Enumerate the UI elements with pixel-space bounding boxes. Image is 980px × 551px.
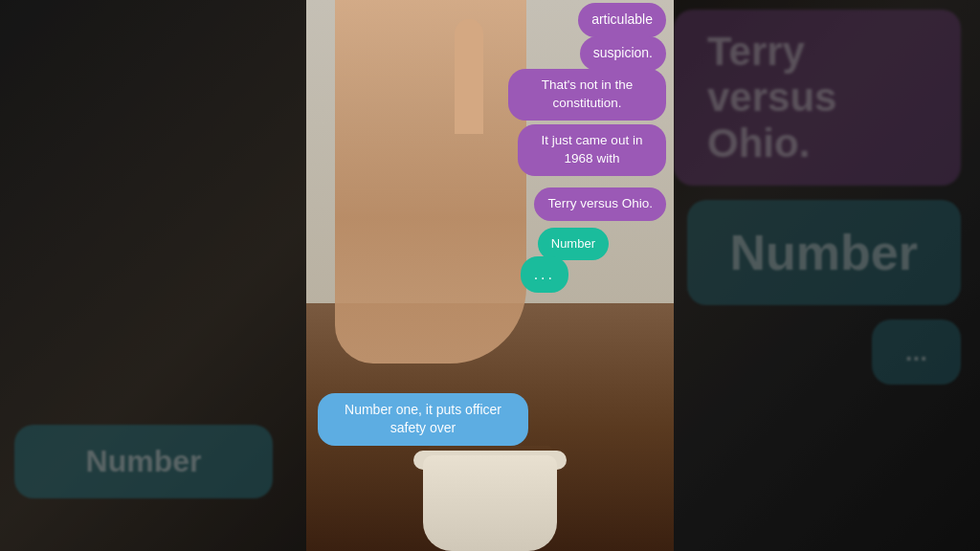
bg-right-panel: Terry versus Ohio. Number ... [655, 0, 980, 551]
bg-left-number-bubble: Number [14, 425, 273, 498]
center-video-panel [306, 0, 674, 551]
bg-terry-ohio-bubble: Terry versus Ohio. [674, 10, 961, 186]
bg-dots-bubble: ... [872, 320, 961, 385]
flower-pot [394, 379, 586, 551]
bg-left-panel: Number [0, 0, 325, 551]
video-container: Number Terry versus Ohio. Number ... art… [0, 0, 980, 551]
bg-number-bubble: Number [687, 200, 961, 305]
bg-right-content: Terry versus Ohio. Number ... [674, 0, 961, 385]
